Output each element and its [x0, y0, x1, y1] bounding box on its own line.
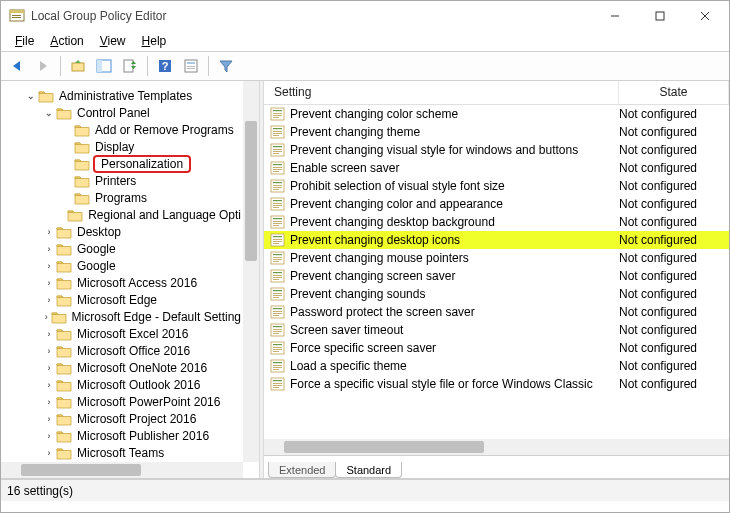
- list-item[interactable]: Enable screen saverNot configured: [264, 159, 729, 177]
- scrollbar-thumb[interactable]: [245, 121, 257, 261]
- tree-item-label: Microsoft Edge: [75, 293, 159, 307]
- tree-item[interactable]: ›Microsoft Office 2016: [7, 342, 243, 359]
- tree-item[interactable]: ›Google: [7, 257, 243, 274]
- svg-rect-81: [273, 331, 282, 332]
- tree-item[interactable]: ›Microsoft Excel 2016: [7, 325, 243, 342]
- tree-item[interactable]: ⌄Administrative Templates: [7, 87, 243, 104]
- list-horizontal-scrollbar[interactable]: [264, 439, 729, 455]
- scrollbar-thumb[interactable]: [21, 464, 141, 476]
- tree-item[interactable]: Personalization: [7, 155, 243, 172]
- export-list-button[interactable]: [118, 54, 142, 78]
- list-item[interactable]: Prevent changing color and appearanceNot…: [264, 195, 729, 213]
- maximize-button[interactable]: [637, 2, 682, 30]
- tabs: Extended Standard: [264, 456, 729, 478]
- svg-rect-55: [273, 239, 282, 240]
- tree-item[interactable]: ›Microsoft Edge - Default Setting: [7, 308, 243, 325]
- back-button[interactable]: [5, 54, 29, 78]
- list-item[interactable]: Load a specific themeNot configured: [264, 357, 729, 375]
- chevron-right-icon[interactable]: ›: [43, 431, 55, 441]
- folder-icon: [56, 293, 72, 307]
- chevron-right-icon[interactable]: ›: [43, 312, 50, 322]
- list-item[interactable]: Screen saver timeoutNot configured: [264, 321, 729, 339]
- tree-item[interactable]: ›Google: [7, 240, 243, 257]
- list-item[interactable]: Prevent changing visual style for window…: [264, 141, 729, 159]
- tree-horizontal-scrollbar[interactable]: [1, 462, 243, 478]
- tree-item[interactable]: Add or Remove Programs: [7, 121, 243, 138]
- chevron-right-icon[interactable]: ›: [43, 227, 55, 237]
- chevron-right-icon[interactable]: ›: [43, 346, 55, 356]
- column-header-setting[interactable]: Setting: [264, 81, 619, 104]
- tree-item[interactable]: ›Microsoft Publisher 2016: [7, 427, 243, 444]
- list-item[interactable]: Prevent changing desktop backgroundNot c…: [264, 213, 729, 231]
- list-body[interactable]: Prevent changing color schemeNot configu…: [264, 105, 729, 439]
- svg-rect-45: [273, 203, 282, 204]
- tree-view[interactable]: ⌄Administrative Templates⌄Control PanelA…: [1, 81, 243, 462]
- list-item[interactable]: Prevent changing screen saverNot configu…: [264, 267, 729, 285]
- minimize-button[interactable]: [592, 2, 637, 30]
- chevron-right-icon[interactable]: ›: [43, 448, 55, 458]
- tree-item[interactable]: ›Microsoft PowerPoint 2016: [7, 393, 243, 410]
- tree-item[interactable]: ›Microsoft Outlook 2016: [7, 376, 243, 393]
- list-item[interactable]: Prevent changing mouse pointersNot confi…: [264, 249, 729, 267]
- tree-vertical-scrollbar[interactable]: [243, 81, 259, 462]
- chevron-down-icon[interactable]: ⌄: [43, 108, 55, 118]
- svg-rect-15: [187, 62, 195, 64]
- folder-icon: [51, 310, 67, 324]
- chevron-right-icon[interactable]: ›: [43, 295, 55, 305]
- close-button[interactable]: [682, 2, 727, 30]
- tree-item[interactable]: ⌄Control Panel: [7, 104, 243, 121]
- tree-item[interactable]: ›Microsoft Project 2016: [7, 410, 243, 427]
- menu-file[interactable]: File: [7, 33, 42, 49]
- chevron-right-icon[interactable]: ›: [43, 244, 55, 254]
- svg-rect-64: [273, 272, 282, 273]
- chevron-right-icon[interactable]: ›: [43, 329, 55, 339]
- tab-standard[interactable]: Standard: [335, 462, 402, 478]
- menu-action[interactable]: Action: [42, 33, 91, 49]
- scrollbar-thumb[interactable]: [284, 441, 484, 453]
- tree-item[interactable]: Display: [7, 138, 243, 155]
- properties-button[interactable]: [179, 54, 203, 78]
- list-item[interactable]: Prevent changing soundsNot configured: [264, 285, 729, 303]
- tree-item[interactable]: ›Microsoft Access 2016: [7, 274, 243, 291]
- forward-button[interactable]: [31, 54, 55, 78]
- folder-icon: [56, 242, 72, 256]
- filter-button[interactable]: [214, 54, 238, 78]
- setting-name: Prohibit selection of visual style font …: [290, 179, 619, 193]
- menu-view[interactable]: View: [92, 33, 134, 49]
- folder-icon: [74, 157, 90, 171]
- tree-item[interactable]: ›Microsoft OneNote 2016: [7, 359, 243, 376]
- tab-extended[interactable]: Extended: [268, 462, 336, 478]
- tree-item[interactable]: Programs: [7, 189, 243, 206]
- list-item[interactable]: Prevent changing themeNot configured: [264, 123, 729, 141]
- list-item[interactable]: Prohibit selection of visual style font …: [264, 177, 729, 195]
- list-header[interactable]: Setting State: [264, 81, 729, 105]
- tree-item[interactable]: ›Microsoft Teams: [7, 444, 243, 461]
- chevron-down-icon[interactable]: ⌄: [25, 91, 37, 101]
- chevron-right-icon[interactable]: ›: [43, 414, 55, 424]
- setting-name: Prevent changing desktop icons: [290, 233, 619, 247]
- column-header-state[interactable]: State: [619, 81, 729, 104]
- menu-help[interactable]: Help: [134, 33, 175, 49]
- list-item[interactable]: Force specific screen saverNot configure…: [264, 339, 729, 357]
- chevron-right-icon[interactable]: ›: [43, 363, 55, 373]
- list-item[interactable]: Password protect the screen saverNot con…: [264, 303, 729, 321]
- help-button[interactable]: ?: [153, 54, 177, 78]
- show-hide-tree-button[interactable]: [92, 54, 116, 78]
- chevron-right-icon[interactable]: ›: [43, 261, 55, 271]
- window-buttons: [592, 2, 727, 30]
- setting-icon: [270, 323, 286, 337]
- tree-item[interactable]: Printers: [7, 172, 243, 189]
- chevron-right-icon[interactable]: ›: [43, 278, 55, 288]
- up-button[interactable]: [66, 54, 90, 78]
- list-item[interactable]: Force a specific visual style file or fo…: [264, 375, 729, 393]
- tree-item[interactable]: ›Desktop: [7, 223, 243, 240]
- tree-item[interactable]: Regional and Language Opti: [7, 206, 243, 223]
- chevron-right-icon[interactable]: ›: [43, 397, 55, 407]
- folder-icon: [56, 429, 72, 443]
- list-item[interactable]: Prevent changing color schemeNot configu…: [264, 105, 729, 123]
- list-item[interactable]: Prevent changing desktop iconsNot config…: [264, 231, 729, 249]
- tree-item[interactable]: ›Microsoft Edge: [7, 291, 243, 308]
- setting-icon: [270, 377, 286, 391]
- chevron-right-icon[interactable]: ›: [43, 380, 55, 390]
- tree-item-label: Google: [75, 259, 118, 273]
